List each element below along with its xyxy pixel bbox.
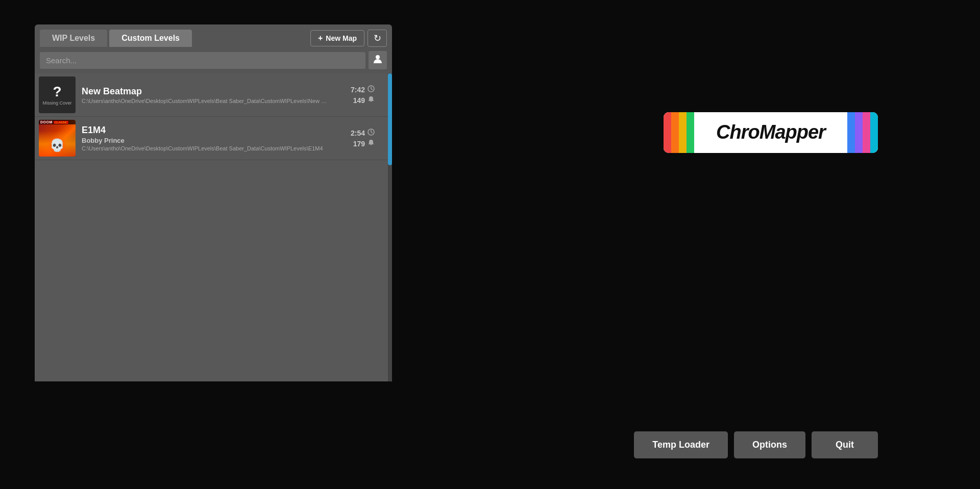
tab-actions: + New Map ↻ <box>310 30 387 47</box>
left-panel: WIP Levels Custom Levels + New Map ↻ <box>35 24 392 381</box>
scrollbar-track[interactable] <box>388 73 392 381</box>
logo-area: ChroMapper <box>664 112 878 153</box>
plus-icon: + <box>318 34 323 43</box>
list-item[interactable]: DOOM CLASSIC 💀 E1M4 Bobby Prince C:\User… <box>35 117 392 160</box>
quit-button[interactable]: Quit <box>812 431 878 458</box>
svg-line-6 <box>371 132 373 133</box>
map-path-2: C:\Users\antho\OneDrive\Desktop\CustomWI… <box>82 145 327 151</box>
bell-icon-2 <box>368 139 375 148</box>
missing-cover-label: Missing Cover <box>42 100 71 106</box>
logo-right-stripes <box>847 112 878 153</box>
clock-icon-2 <box>368 128 375 137</box>
map-cover-missing: ? Missing Cover <box>39 76 76 113</box>
map-duration-1: 7:42 <box>351 85 375 94</box>
bottom-buttons: Temp Loader Options Quit <box>634 431 878 458</box>
missing-cover-icon: ? <box>53 85 61 99</box>
stripe-orange <box>671 112 679 153</box>
bell-icon-1 <box>368 96 375 105</box>
logo-left-stripes <box>664 112 694 153</box>
scrollbar-thumb[interactable] <box>388 73 392 165</box>
map-title-1: New Beatmap <box>82 86 345 97</box>
doom-skull-icon: 💀 <box>50 138 65 152</box>
stripe-purple <box>855 112 863 153</box>
duration-value-2: 2:54 <box>351 129 365 137</box>
svg-point-0 <box>376 55 380 59</box>
notes-value-1: 149 <box>353 96 365 105</box>
stripe-green <box>687 112 694 153</box>
map-duration-2: 2:54 <box>351 128 375 137</box>
temp-loader-button[interactable]: Temp Loader <box>634 431 728 458</box>
map-meta-1: 7:42 149 <box>351 85 382 105</box>
new-map-label: New Map <box>326 34 357 42</box>
new-map-button[interactable]: + New Map <box>310 30 364 46</box>
chromapper-logo: ChroMapper <box>664 112 878 153</box>
options-button[interactable]: Options <box>734 431 805 458</box>
stripe-yellow <box>679 112 687 153</box>
map-info-1: New Beatmap C:\Users\antho\OneDrive\Desk… <box>82 86 345 104</box>
filter-button[interactable] <box>369 51 387 69</box>
map-title-2: E1M4 <box>82 125 345 136</box>
duration-value-1: 7:42 <box>351 86 365 94</box>
clock-icon-1 <box>368 85 375 94</box>
logo-text-wrap: ChroMapper <box>694 121 847 143</box>
map-info-2: E1M4 Bobby Prince C:\Users\antho\OneDriv… <box>82 125 345 151</box>
stripe-pink <box>863 112 870 153</box>
map-notes-2: 179 <box>353 139 375 148</box>
stripe-cyan <box>870 112 878 153</box>
map-notes-1: 149 <box>353 96 375 105</box>
tabs-row: WIP Levels Custom Levels + New Map ↻ <box>35 24 392 47</box>
map-cover-doom: DOOM CLASSIC 💀 <box>39 120 76 157</box>
list-item[interactable]: ? Missing Cover New Beatmap C:\Users\ant… <box>35 73 392 117</box>
refresh-icon: ↻ <box>374 33 381 44</box>
svg-line-3 <box>371 89 373 90</box>
map-artist-2: Bobby Prince <box>82 137 345 144</box>
stripe-blue <box>847 112 855 153</box>
list-area: ? Missing Cover New Beatmap C:\Users\ant… <box>35 73 392 381</box>
map-meta-2: 2:54 179 <box>351 128 382 148</box>
stripe-red <box>664 112 671 153</box>
chromapper-text: ChroMapper <box>716 121 825 143</box>
filter-icon <box>373 54 383 66</box>
doom-title-badge: DOOM <box>40 120 53 124</box>
search-row <box>35 47 392 73</box>
map-path-1: C:\Users\antho\OneDrive\Desktop\CustomWI… <box>82 98 327 104</box>
doom-classic-badge: CLASSIC <box>54 121 69 124</box>
tab-wip[interactable]: WIP Levels <box>40 30 107 47</box>
tab-custom[interactable]: Custom Levels <box>109 30 192 47</box>
notes-value-2: 179 <box>353 140 365 148</box>
refresh-button[interactable]: ↻ <box>368 30 387 47</box>
search-input[interactable] <box>40 52 365 69</box>
